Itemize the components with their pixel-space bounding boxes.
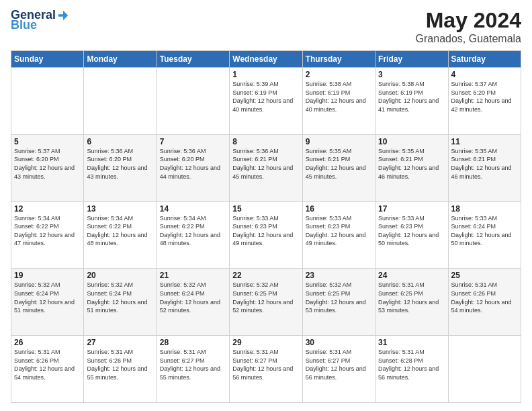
day-number: 21 <box>160 271 226 280</box>
title-month: May 2024 <box>416 8 521 33</box>
day-number: 26 <box>14 338 81 347</box>
day-cell: 30Sunrise: 5:31 AMSunset: 6:27 PMDayligh… <box>302 336 375 403</box>
day-cell <box>11 68 84 135</box>
day-number: 4 <box>451 70 518 79</box>
day-info: Sunrise: 5:34 AMSunset: 6:22 PMDaylight:… <box>87 214 153 248</box>
title-block: May 2024 Granados, Guatemala <box>416 8 521 45</box>
day-cell: 4Sunrise: 5:37 AMSunset: 6:20 PMDaylight… <box>448 68 521 135</box>
day-cell: 8Sunrise: 5:36 AMSunset: 6:21 PMDaylight… <box>230 134 302 201</box>
day-info: Sunrise: 5:39 AMSunset: 6:19 PMDaylight:… <box>232 80 299 113</box>
calendar-table: SundayMondayTuesdayWednesdayThursdayFrid… <box>11 50 521 403</box>
day-number: 31 <box>378 338 445 347</box>
day-number: 12 <box>14 204 81 214</box>
week-row-2: 5Sunrise: 5:37 AMSunset: 6:20 PMDaylight… <box>11 134 521 201</box>
day-number: 13 <box>87 204 153 214</box>
day-number: 23 <box>306 271 372 280</box>
day-number: 9 <box>306 137 372 146</box>
logo: General Blue <box>11 8 69 32</box>
day-cell: 25Sunrise: 5:31 AMSunset: 6:26 PMDayligh… <box>448 269 521 336</box>
day-number: 19 <box>14 271 81 280</box>
day-number: 24 <box>378 271 445 280</box>
day-info: Sunrise: 5:33 AMSunset: 6:23 PMDaylight:… <box>232 214 299 248</box>
week-row-4: 19Sunrise: 5:32 AMSunset: 6:24 PMDayligh… <box>11 269 521 336</box>
day-number: 22 <box>232 271 299 280</box>
day-number: 14 <box>160 204 226 214</box>
day-cell: 14Sunrise: 5:34 AMSunset: 6:22 PMDayligh… <box>157 201 229 269</box>
day-info: Sunrise: 5:31 AMSunset: 6:26 PMDaylight:… <box>14 348 81 381</box>
day-info: Sunrise: 5:32 AMSunset: 6:24 PMDaylight:… <box>160 281 226 314</box>
day-info: Sunrise: 5:36 AMSunset: 6:21 PMDaylight:… <box>232 147 299 181</box>
day-cell: 16Sunrise: 5:33 AMSunset: 6:23 PMDayligh… <box>302 201 375 269</box>
day-info: Sunrise: 5:33 AMSunset: 6:24 PMDaylight:… <box>451 214 518 248</box>
day-cell: 26Sunrise: 5:31 AMSunset: 6:26 PMDayligh… <box>11 336 84 403</box>
day-cell: 19Sunrise: 5:32 AMSunset: 6:24 PMDayligh… <box>11 269 84 336</box>
day-info: Sunrise: 5:32 AMSunset: 6:24 PMDaylight:… <box>87 281 153 314</box>
day-cell: 1Sunrise: 5:39 AMSunset: 6:19 PMDaylight… <box>230 68 302 135</box>
weekday-header-sunday: Sunday <box>11 51 84 68</box>
logo-blue-text: Blue <box>11 18 37 32</box>
day-info: Sunrise: 5:32 AMSunset: 6:25 PMDaylight:… <box>232 281 299 314</box>
weekday-header-friday: Friday <box>375 51 448 68</box>
day-number: 25 <box>451 271 518 280</box>
day-info: Sunrise: 5:38 AMSunset: 6:19 PMDaylight:… <box>306 80 372 113</box>
day-number: 8 <box>232 137 299 146</box>
day-number: 11 <box>451 137 518 146</box>
day-info: Sunrise: 5:38 AMSunset: 6:19 PMDaylight:… <box>378 80 445 113</box>
day-info: Sunrise: 5:35 AMSunset: 6:21 PMDaylight:… <box>306 147 372 181</box>
day-cell: 24Sunrise: 5:31 AMSunset: 6:25 PMDayligh… <box>375 269 448 336</box>
day-cell: 12Sunrise: 5:34 AMSunset: 6:22 PMDayligh… <box>11 201 84 269</box>
day-info: Sunrise: 5:35 AMSunset: 6:21 PMDaylight:… <box>451 147 518 181</box>
week-row-3: 12Sunrise: 5:34 AMSunset: 6:22 PMDayligh… <box>11 201 521 269</box>
weekday-header-saturday: Saturday <box>448 51 521 68</box>
day-cell: 5Sunrise: 5:37 AMSunset: 6:20 PMDaylight… <box>11 134 84 201</box>
weekday-header-thursday: Thursday <box>302 51 375 68</box>
day-cell: 28Sunrise: 5:31 AMSunset: 6:27 PMDayligh… <box>157 336 229 403</box>
day-number: 28 <box>160 338 226 347</box>
day-cell <box>84 68 157 135</box>
week-row-1: 1Sunrise: 5:39 AMSunset: 6:19 PMDaylight… <box>11 68 521 135</box>
day-info: Sunrise: 5:31 AMSunset: 6:25 PMDaylight:… <box>378 281 445 314</box>
day-cell: 18Sunrise: 5:33 AMSunset: 6:24 PMDayligh… <box>448 201 521 269</box>
day-number: 18 <box>451 204 518 214</box>
day-number: 3 <box>378 70 445 79</box>
day-cell <box>448 336 521 403</box>
day-info: Sunrise: 5:31 AMSunset: 6:26 PMDaylight:… <box>451 281 518 314</box>
day-info: Sunrise: 5:37 AMSunset: 6:20 PMDaylight:… <box>14 147 81 181</box>
day-number: 27 <box>87 338 153 347</box>
day-cell: 15Sunrise: 5:33 AMSunset: 6:23 PMDayligh… <box>230 201 302 269</box>
day-info: Sunrise: 5:31 AMSunset: 6:27 PMDaylight:… <box>306 348 372 381</box>
day-number: 17 <box>378 204 445 214</box>
day-info: Sunrise: 5:35 AMSunset: 6:21 PMDaylight:… <box>378 147 445 181</box>
page: General Blue May 2024 Granados, Guatemal… <box>0 0 532 411</box>
day-number: 15 <box>232 204 299 214</box>
day-cell: 22Sunrise: 5:32 AMSunset: 6:25 PMDayligh… <box>230 269 302 336</box>
day-cell: 29Sunrise: 5:31 AMSunset: 6:27 PMDayligh… <box>230 336 302 403</box>
day-number: 20 <box>87 271 153 280</box>
day-cell: 23Sunrise: 5:32 AMSunset: 6:25 PMDayligh… <box>302 269 375 336</box>
day-info: Sunrise: 5:31 AMSunset: 6:27 PMDaylight:… <box>232 348 299 381</box>
day-info: Sunrise: 5:36 AMSunset: 6:20 PMDaylight:… <box>160 147 226 181</box>
day-number: 30 <box>306 338 372 347</box>
day-cell: 21Sunrise: 5:32 AMSunset: 6:24 PMDayligh… <box>157 269 229 336</box>
logo-icon <box>57 9 69 21</box>
day-cell: 6Sunrise: 5:36 AMSunset: 6:20 PMDaylight… <box>84 134 157 201</box>
weekday-header-row: SundayMondayTuesdayWednesdayThursdayFrid… <box>11 51 521 68</box>
day-cell: 31Sunrise: 5:31 AMSunset: 6:28 PMDayligh… <box>375 336 448 403</box>
day-cell: 20Sunrise: 5:32 AMSunset: 6:24 PMDayligh… <box>84 269 157 336</box>
week-row-5: 26Sunrise: 5:31 AMSunset: 6:26 PMDayligh… <box>11 336 521 403</box>
day-cell: 7Sunrise: 5:36 AMSunset: 6:20 PMDaylight… <box>157 134 229 201</box>
day-number: 29 <box>232 338 299 347</box>
day-number: 2 <box>306 70 372 79</box>
day-number: 5 <box>14 137 81 146</box>
weekday-header-tuesday: Tuesday <box>157 51 229 68</box>
day-number: 7 <box>160 137 226 146</box>
day-info: Sunrise: 5:32 AMSunset: 6:25 PMDaylight:… <box>306 281 372 314</box>
title-location: Granados, Guatemala <box>416 33 521 45</box>
weekday-header-wednesday: Wednesday <box>230 51 302 68</box>
day-number: 10 <box>378 137 445 146</box>
header: General Blue May 2024 Granados, Guatemal… <box>11 8 521 45</box>
day-cell: 27Sunrise: 5:31 AMSunset: 6:26 PMDayligh… <box>84 336 157 403</box>
day-number: 16 <box>306 204 372 214</box>
day-info: Sunrise: 5:36 AMSunset: 6:20 PMDaylight:… <box>87 147 153 181</box>
day-cell: 13Sunrise: 5:34 AMSunset: 6:22 PMDayligh… <box>84 201 157 269</box>
